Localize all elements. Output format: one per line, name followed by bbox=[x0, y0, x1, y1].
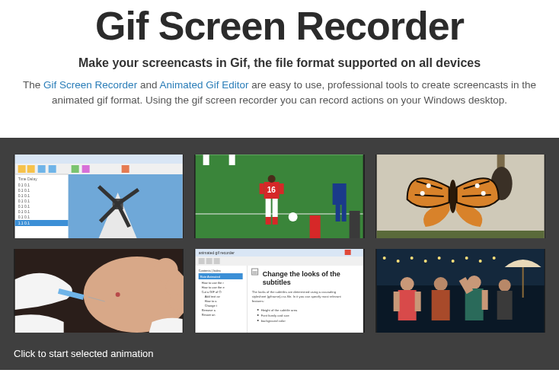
svg-text:0.1   0.1: 0.1 0.1 bbox=[18, 215, 30, 219]
svg-point-118 bbox=[400, 277, 414, 291]
svg-point-108 bbox=[382, 257, 385, 260]
svg-point-66 bbox=[169, 295, 184, 310]
thumbnail-grid: Time Delay 0.1 0.1 0.1 0.1 0.1 0.1 0.1 0… bbox=[14, 155, 545, 333]
svg-rect-3 bbox=[18, 165, 26, 173]
svg-rect-73 bbox=[345, 250, 351, 255]
svg-text:Remove a: Remove a bbox=[202, 308, 216, 312]
svg-text:Font family and size: Font family and size bbox=[261, 314, 290, 317]
svg-text:How to a: How to a bbox=[205, 299, 218, 303]
svg-point-57 bbox=[426, 183, 430, 188]
svg-rect-1 bbox=[15, 155, 183, 164]
svg-rect-6 bbox=[49, 165, 56, 173]
svg-rect-8 bbox=[82, 165, 90, 173]
svg-point-41 bbox=[289, 212, 298, 221]
svg-rect-34 bbox=[266, 199, 271, 217]
svg-rect-119 bbox=[398, 290, 416, 320]
svg-rect-40 bbox=[280, 183, 284, 194]
svg-point-111 bbox=[423, 260, 426, 263]
svg-point-97 bbox=[257, 309, 259, 311]
page-description: The Gif Screen Recorder and Animated Gif… bbox=[8, 78, 551, 109]
desc-pre: The bbox=[23, 79, 43, 91]
svg-point-110 bbox=[410, 257, 413, 260]
svg-rect-4 bbox=[27, 165, 35, 173]
svg-text:0.1   0.1: 0.1 0.1 bbox=[18, 199, 30, 203]
svg-text:1.1   0.1: 1.1 0.1 bbox=[18, 221, 30, 225]
svg-rect-39 bbox=[260, 183, 264, 194]
thumb-subtitles-help[interactable]: animated gif recorder Contents | Index R… bbox=[194, 249, 364, 333]
svg-text:0.1   0.1: 0.1 0.1 bbox=[18, 193, 30, 198]
link-editor[interactable]: Animated Gif Editor bbox=[159, 79, 248, 91]
gallery-panel: Time Delay 0.1 0.1 0.1 0.1 0.1 0.1 0.1 0… bbox=[0, 138, 559, 370]
svg-point-114 bbox=[465, 257, 468, 260]
svg-text:Contents | Index: Contents | Index bbox=[199, 269, 221, 272]
svg-point-59 bbox=[474, 183, 479, 188]
svg-rect-74 bbox=[196, 257, 363, 266]
gallery-caption: Click to start selected animation bbox=[14, 345, 545, 359]
svg-rect-76 bbox=[206, 258, 212, 264]
svg-rect-123 bbox=[431, 290, 449, 320]
page-subtitle: Make your screencasts in Gif, the file f… bbox=[8, 56, 551, 70]
svg-text:Cut a GIF of O: Cut a GIF of O bbox=[202, 290, 222, 294]
svg-text:Time  Delay: Time Delay bbox=[18, 177, 38, 181]
page-title: Gif Screen Recorder bbox=[8, 3, 551, 49]
svg-rect-120 bbox=[393, 292, 399, 311]
svg-rect-61 bbox=[376, 231, 544, 238]
svg-rect-5 bbox=[38, 165, 46, 173]
thumb-soccer[interactable]: 16 bbox=[194, 155, 364, 238]
svg-point-115 bbox=[478, 260, 481, 263]
svg-text:Height of the subtitle area: Height of the subtitle area bbox=[261, 308, 298, 312]
svg-rect-127 bbox=[481, 290, 487, 310]
svg-text:animated gif recorder: animated gif recorder bbox=[199, 250, 235, 255]
svg-point-65 bbox=[166, 278, 184, 296]
svg-rect-43 bbox=[229, 155, 235, 165]
svg-rect-9 bbox=[122, 165, 129, 173]
svg-point-112 bbox=[437, 257, 440, 260]
svg-point-60 bbox=[481, 191, 485, 196]
svg-point-99 bbox=[257, 314, 259, 316]
svg-rect-30 bbox=[196, 155, 363, 155]
svg-point-128 bbox=[498, 279, 510, 292]
svg-text:The looks of the subtitles are: The looks of the subtitles are determine… bbox=[252, 290, 337, 294]
svg-point-116 bbox=[492, 257, 495, 260]
svg-text:16: 16 bbox=[267, 186, 276, 194]
thumb-butterfly[interactable] bbox=[375, 155, 545, 238]
svg-text:Add text ov: Add text ov bbox=[205, 295, 220, 298]
svg-text:background color: background color bbox=[261, 319, 286, 323]
svg-rect-7 bbox=[72, 165, 79, 173]
svg-text:stylesheet (gifname).css file.: stylesheet (gifname).css file. In it you… bbox=[252, 295, 342, 298]
svg-point-113 bbox=[451, 260, 454, 263]
svg-rect-75 bbox=[199, 258, 205, 264]
svg-rect-121 bbox=[414, 292, 420, 311]
svg-rect-35 bbox=[273, 199, 278, 217]
svg-rect-36 bbox=[266, 217, 271, 225]
svg-point-67 bbox=[116, 292, 120, 297]
link-recorder[interactable]: Gif Screen Recorder bbox=[43, 79, 137, 91]
svg-text:features:: features: bbox=[252, 299, 264, 303]
svg-rect-45 bbox=[336, 205, 340, 221]
svg-rect-48 bbox=[350, 211, 360, 238]
svg-point-52 bbox=[449, 180, 456, 213]
svg-text:subtitles: subtitles bbox=[263, 279, 291, 286]
svg-point-122 bbox=[433, 277, 447, 291]
svg-rect-46 bbox=[342, 205, 347, 221]
svg-rect-47 bbox=[310, 215, 321, 238]
thumb-party-people[interactable] bbox=[375, 249, 545, 333]
svg-text:0.1   0.1: 0.1 0.1 bbox=[18, 183, 30, 187]
svg-rect-37 bbox=[273, 217, 278, 225]
svg-point-38 bbox=[268, 175, 276, 183]
svg-text:Rate Animated: Rate Animated bbox=[200, 275, 220, 279]
svg-point-58 bbox=[420, 191, 424, 196]
thumb-medical-foot[interactable] bbox=[14, 249, 184, 333]
svg-rect-129 bbox=[497, 291, 512, 320]
thumb-editor-windmill[interactable]: Time Delay 0.1 0.1 0.1 0.1 0.1 0.1 0.1 0… bbox=[14, 155, 184, 238]
svg-rect-44 bbox=[333, 183, 347, 205]
svg-rect-42 bbox=[203, 155, 209, 165]
svg-text:Resize an: Resize an bbox=[202, 313, 216, 317]
svg-rect-77 bbox=[214, 258, 220, 264]
svg-point-109 bbox=[396, 260, 399, 263]
svg-text:Change t: Change t bbox=[205, 304, 218, 308]
svg-point-101 bbox=[257, 320, 259, 321]
svg-text:How to use the e: How to use the e bbox=[202, 285, 225, 289]
svg-text:0.1   0.1: 0.1 0.1 bbox=[18, 204, 30, 209]
svg-text:Change the looks of the: Change the looks of the bbox=[263, 270, 340, 278]
